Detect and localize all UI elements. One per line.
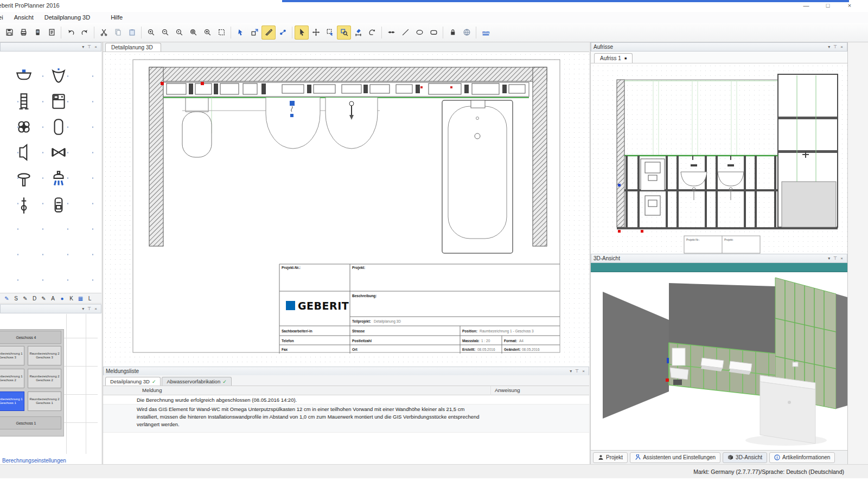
tab-3d-ansicht[interactable]: 3D-Ansicht xyxy=(723,452,767,463)
close-panel-icon[interactable]: × xyxy=(839,256,845,261)
bathtub-icon[interactable] xyxy=(48,116,69,138)
message-row[interactable]: Wird das GIS Element für Wand-WC mit Ome… xyxy=(103,404,589,433)
pipe-coupling-icon[interactable] xyxy=(48,142,69,163)
tab-aufriss-1[interactable]: Aufriss 1■ xyxy=(594,53,633,63)
room-item[interactable]: Raumbezeichnung 1Geschoss 3 xyxy=(0,346,24,365)
room-item[interactable]: Raumbezeichnung 1Geschoss 2 xyxy=(0,369,24,388)
washing-machine-icon[interactable] xyxy=(48,91,69,112)
move-icon[interactable] xyxy=(309,25,323,40)
stop-valve-icon[interactable] xyxy=(13,195,35,216)
tab-detailplanung-messages[interactable]: Detailplanung 3D✓ xyxy=(105,377,161,386)
zoom-in-icon[interactable] xyxy=(144,25,158,40)
close-panel-icon[interactable]: × xyxy=(839,44,845,49)
annotation-label-s[interactable]: S xyxy=(11,294,21,303)
annotation-label-a[interactable]: A xyxy=(48,294,58,303)
measure-icon[interactable] xyxy=(261,25,276,40)
lock-icon[interactable] xyxy=(445,25,459,40)
menu-datei[interactable]: Datei xyxy=(0,13,9,22)
dimension-icon[interactable] xyxy=(351,25,365,40)
corner-outlet-icon[interactable] xyxy=(13,142,35,163)
zoom-out-icon[interactable] xyxy=(158,25,172,40)
project-structure-canvas[interactable]: Geschoss 4 Raumbezeichnung 1Geschoss 3 R… xyxy=(0,314,101,454)
dropdown-icon[interactable]: ▾ xyxy=(80,306,86,311)
annotation-pen-blue-icon[interactable]: ✎ xyxy=(2,294,11,303)
redo-icon[interactable] xyxy=(78,25,92,40)
close-panel-icon[interactable]: × xyxy=(93,306,99,311)
pin-icon[interactable]: ⊤ xyxy=(86,44,93,49)
cut-icon[interactable] xyxy=(97,25,111,40)
view3d-toolbar-strip[interactable] xyxy=(591,263,847,272)
annotation-pen-icon[interactable]: ✎ xyxy=(21,294,30,303)
rotate-icon[interactable] xyxy=(365,25,379,40)
annotation-label-l[interactable]: L xyxy=(85,294,94,303)
annotation-grid-blue-icon[interactable]: ▦ xyxy=(76,294,85,303)
pin-icon[interactable]: ⊤ xyxy=(86,306,93,311)
dropdown-icon[interactable]: ▾ xyxy=(80,44,86,49)
minimize-button[interactable]: — xyxy=(795,0,817,11)
report-icon[interactable] xyxy=(44,25,59,40)
menu-ansicht[interactable]: Ansicht xyxy=(9,13,39,22)
annotation-label-k[interactable]: K xyxy=(67,294,76,303)
installation-element-icon[interactable] xyxy=(13,91,35,112)
room-item[interactable]: Raumbezeichnung 2Geschoss 1 xyxy=(28,391,61,411)
cistern-icon[interactable] xyxy=(48,195,69,216)
tab-assistenten-und-einstellungen[interactable]: Assistenten und Einstellungen xyxy=(630,452,720,463)
select-icon[interactable] xyxy=(295,25,309,40)
view3d-canvas[interactable] xyxy=(591,272,847,450)
save-icon[interactable] xyxy=(2,25,16,40)
annotation-pen2-icon[interactable]: ✎ xyxy=(39,294,48,303)
tab-abwasservorfabrikation-messages[interactable]: Abwasservorfabrikation✓ xyxy=(162,377,231,386)
close-panel-icon[interactable]: × xyxy=(580,369,586,374)
zoom-previous-icon[interactable] xyxy=(172,25,186,40)
insert-object-icon[interactable] xyxy=(247,25,261,40)
urinal-icon[interactable] xyxy=(48,66,69,87)
select-area-icon[interactable] xyxy=(323,25,337,40)
room-item[interactable]: Raumbezeichnung 2Geschoss 3 xyxy=(28,346,61,365)
zoom-all-icon[interactable] xyxy=(200,25,214,40)
units-mm-icon[interactable]: mm xyxy=(478,25,493,40)
globe-icon[interactable] xyxy=(459,25,474,40)
draw-ellipse-icon[interactable] xyxy=(412,25,426,40)
floor-drain-icon[interactable] xyxy=(13,116,35,138)
zoom-region-icon[interactable] xyxy=(337,25,351,40)
print-icon[interactable] xyxy=(16,25,30,40)
close-button[interactable]: × xyxy=(839,0,860,11)
room-item[interactable]: Raumbezeichnung 2Geschoss 2 xyxy=(28,369,61,388)
elevation-canvas[interactable]: Projekt-Nr.: Projekt: xyxy=(591,63,847,254)
close-tab-icon[interactable]: ■ xyxy=(624,56,627,60)
undo-icon[interactable] xyxy=(63,25,78,40)
room-item-selected[interactable]: Raumbezeichnung 1Geschoss 1 xyxy=(0,391,24,411)
dropdown-icon[interactable]: ▾ xyxy=(568,369,573,374)
plot-device-icon[interactable] xyxy=(30,25,44,40)
zoom-extents-icon[interactable] xyxy=(214,25,228,40)
floor-bar-top[interactable]: Geschoss 4 xyxy=(0,331,61,344)
tab-detailplanung-3d[interactable]: Detailplanung 3D xyxy=(105,43,161,52)
pin-icon[interactable]: ⊤ xyxy=(832,256,839,261)
pin-icon[interactable]: ⊤ xyxy=(573,369,580,374)
copy-icon[interactable] xyxy=(111,25,125,40)
washbasin-icon[interactable] xyxy=(13,66,35,87)
dimension-chain-icon[interactable] xyxy=(384,25,398,40)
close-panel-icon[interactable]: × xyxy=(93,44,99,49)
annotation-label-d[interactable]: D xyxy=(30,294,39,303)
pointer-refresh-icon[interactable] xyxy=(233,25,247,40)
fixture-palette-canvas[interactable] xyxy=(0,52,101,293)
tab-projekt[interactable]: Projekt xyxy=(593,452,628,463)
connect-icon[interactable] xyxy=(276,25,290,40)
annotation-dot-blue-icon[interactable]: ● xyxy=(58,294,67,303)
draw-line-icon[interactable] xyxy=(398,25,412,40)
menu-detailplanung-3d[interactable]: Detailplanung 3D xyxy=(39,13,95,22)
dropdown-icon[interactable]: ▾ xyxy=(826,44,832,49)
tee-valve-icon[interactable] xyxy=(13,169,35,190)
zoom-window-icon[interactable] xyxy=(186,25,200,40)
message-row[interactable]: Die Berechnung wurde erfolgreich abgesch… xyxy=(103,395,589,404)
floor-bar-bottom[interactable]: Geschoss 1 xyxy=(0,416,61,429)
floor-plan-canvas[interactable]: Projekt-Nr.: Projekt: Beschreibung: GEBE… xyxy=(103,52,589,367)
paste-icon[interactable] xyxy=(125,25,139,40)
shower-icon[interactable] xyxy=(48,169,69,190)
pin-icon[interactable]: ⊤ xyxy=(832,44,839,49)
calculation-settings-link[interactable]: Berechnungseinstellungen xyxy=(2,458,66,464)
menu-hilfe[interactable]: Hilfe xyxy=(105,13,128,22)
tab-artikelinformationen[interactable]: Artikelinformationen xyxy=(769,452,835,463)
dropdown-icon[interactable]: ▾ xyxy=(826,256,832,261)
